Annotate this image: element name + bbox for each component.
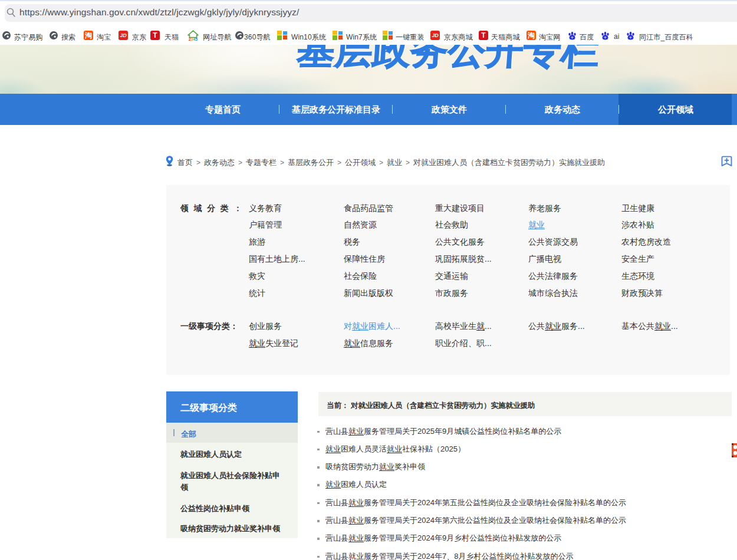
svg-text:2345: 2345	[189, 37, 198, 41]
